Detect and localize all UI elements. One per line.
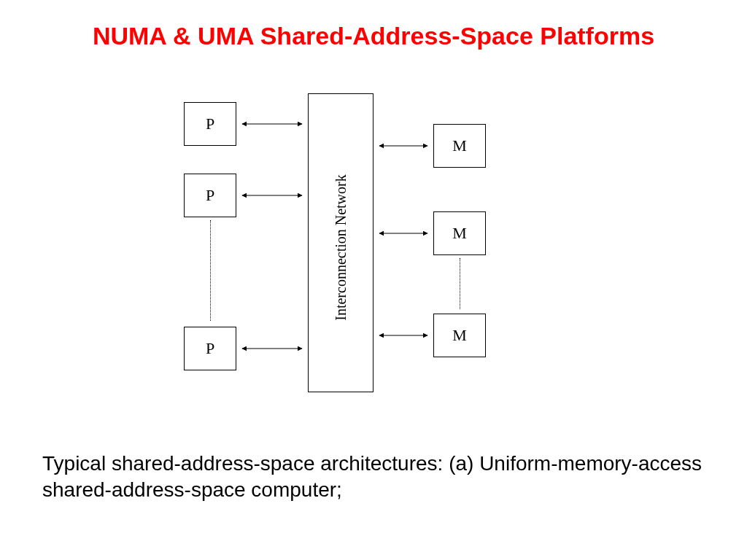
processor-box-2: P	[184, 174, 236, 217]
memory-box-2: M	[433, 211, 486, 255]
interconnection-network-label: Interconnection Network	[333, 168, 349, 328]
memory-ellipsis-icon	[460, 258, 460, 309]
memory-box-1: M	[433, 124, 486, 168]
processor-box-1: P	[184, 102, 236, 146]
slide-caption: Typical shared-address-space architectur…	[42, 451, 705, 504]
processor-ellipsis-icon	[210, 220, 211, 321]
processor-box-3: P	[184, 327, 236, 370]
slide-title: NUMA & UMA Shared-Address-Space Platform…	[0, 22, 747, 50]
memory-box-3: M	[433, 314, 486, 357]
